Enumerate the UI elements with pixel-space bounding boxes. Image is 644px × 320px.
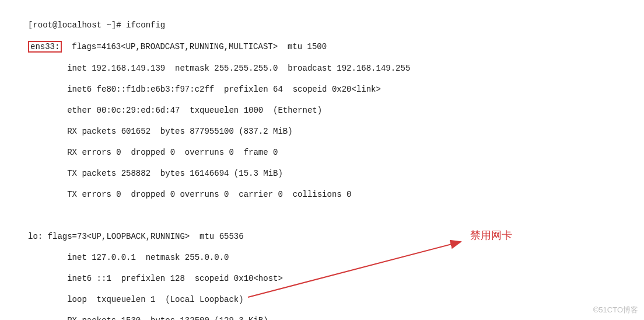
watermark: ©51CTO博客 (593, 305, 638, 315)
output-line: RX packets 601652 bytes 877955100 (837.2… (28, 126, 410, 137)
output-line: TX packets 258882 bytes 16146694 (15.3 M… (28, 168, 410, 179)
iface-flags: flags=4163<UP,BROADCAST,RUNNING,MULTICAS… (62, 42, 327, 51)
output-line: inet6 fe80::f1db:e6b3:f97:c2ff prefixlen… (28, 84, 410, 95)
command-text: ifconfig (126, 20, 165, 30)
output-line: inet 192.168.149.139 netmask 255.255.255… (28, 63, 410, 74)
terminal-output: [root@localhost ~]# ifconfig ens33: flag… (28, 9, 410, 320)
output-line: RX packets 1530 bytes 132500 (129.3 KiB) (28, 315, 410, 320)
highlight-box-iface: ens33: (28, 41, 62, 53)
output-line: RX errors 0 dropped 0 overruns 0 frame 0 (28, 147, 410, 158)
annotation-label: 禁用网卡 (470, 230, 512, 241)
shell-prompt: [root@localhost ~]# (28, 20, 126, 30)
output-line: inet6 ::1 prefixlen 128 scopeid 0x10<hos… (28, 273, 410, 284)
output-line: lo: flags=73<UP,LOOPBACK,RUNNING> mtu 65… (28, 231, 410, 242)
output-line: loop txqueuelen 1 (Local Loopback) (28, 294, 410, 305)
output-line: ether 00:0c:29:ed:6d:47 txqueuelen 1000 … (28, 105, 410, 116)
output-line: TX errors 0 dropped 0 overruns 0 carrier… (28, 189, 410, 200)
output-line: inet 127.0.0.1 netmask 255.0.0.0 (28, 252, 410, 263)
